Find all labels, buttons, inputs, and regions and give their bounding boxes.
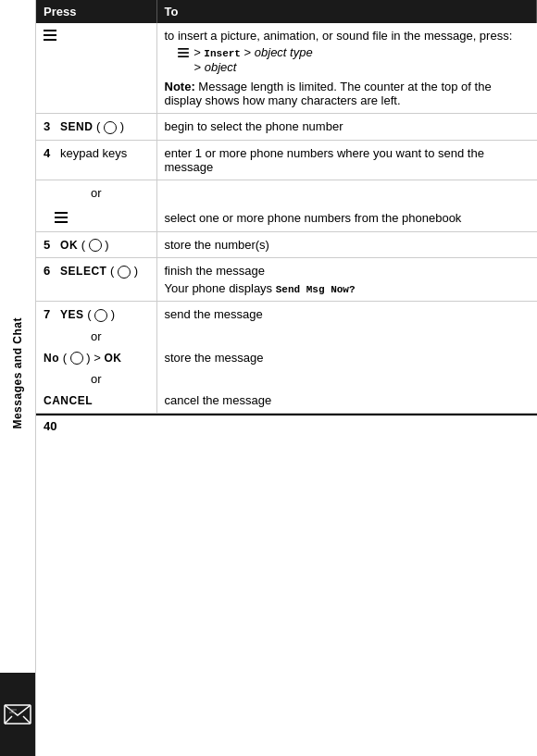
or-desc-cell <box>156 328 537 345</box>
yes-key: YES <box>60 308 84 321</box>
press-cell: No ( ) > OK <box>36 345 156 371</box>
svg-rect-11 <box>55 212 68 214</box>
paren-close: ) <box>105 238 108 252</box>
svg-rect-5 <box>44 30 56 31</box>
press-cell: 4 keypad keys <box>36 140 156 180</box>
description-cell: store the message <box>156 345 537 371</box>
press-cell: 3 SEND ( ) <box>36 114 156 141</box>
or-label2: or <box>91 372 102 386</box>
paren-close: ) <box>120 119 124 133</box>
svg-line-1 <box>5 716 12 724</box>
keypad-keys-label: keypad keys <box>60 146 127 160</box>
col-to-header: To <box>156 0 537 23</box>
description-cell: to insert a picture, animation, or sound… <box>156 23 537 114</box>
send-msg-label: Send Msg Now? <box>276 284 356 295</box>
select-key: SELECT <box>60 265 106 278</box>
press-cell: 7 YES ( ) <box>36 302 156 328</box>
or-press-cell: or <box>36 180 156 205</box>
table-row: 7 YES ( ) send the message <box>36 302 537 328</box>
insert-label: Insert <box>204 48 241 59</box>
desc-text: send the message <box>165 307 263 321</box>
svg-rect-13 <box>55 221 68 223</box>
select-circle-icon <box>118 266 131 279</box>
table-row: CANCEL cancel the message <box>36 388 537 414</box>
svg-rect-12 <box>55 217 68 218</box>
paren-open: ( <box>63 351 67 365</box>
row-number: 6 <box>44 264 50 278</box>
note-text: Note: Message length is limited. The cou… <box>165 80 530 107</box>
envelope-icon <box>4 702 31 726</box>
press-cell: CANCEL <box>36 388 156 414</box>
ok-key2: OK <box>104 352 121 365</box>
description-cell: send the message <box>156 302 537 328</box>
col-press-header: Press <box>36 0 156 23</box>
arrow-text: > <box>194 45 204 59</box>
paren-open: ( <box>96 119 100 133</box>
row-number: 7 <box>44 307 50 321</box>
or-label: or <box>91 186 102 200</box>
or-press-cell: or <box>36 328 156 345</box>
table-row: to insert a picture, animation, or sound… <box>36 23 537 114</box>
desc-text: begin to select the phone number <box>165 119 343 133</box>
submenu-text: > Insert > object type > object <box>178 45 530 74</box>
press-cell: 5 OK ( ) <box>36 231 156 258</box>
page-number: 40 <box>36 414 537 437</box>
ok-key: OK <box>60 239 78 252</box>
description-cell: select one or more phone numbers from th… <box>156 205 537 232</box>
row-number: 4 <box>44 146 50 160</box>
desc-text: store the number(s) <box>165 238 269 252</box>
paren-open: ( <box>81 238 85 252</box>
paren-close: ) <box>111 307 115 321</box>
press-cell <box>36 23 156 114</box>
sidebar: Messages and Chat <box>0 0 35 756</box>
object-text: > object <box>194 60 237 74</box>
paren-open: ( <box>87 307 91 321</box>
page-wrapper: Messages and Chat Press To <box>0 0 537 756</box>
menu-icon-small <box>178 46 189 60</box>
table-row: 3 SEND ( ) begin to select the phone num… <box>36 114 537 141</box>
svg-rect-9 <box>178 52 189 54</box>
or-row: or <box>36 180 537 205</box>
or-label: or <box>91 329 102 343</box>
table-row: select one or more phone numbers from th… <box>36 205 537 232</box>
description-cell: finish the message Your phone displays S… <box>156 258 537 302</box>
or-row: or <box>36 328 537 345</box>
row-number: 5 <box>44 238 50 252</box>
cancel-key: CANCEL <box>44 394 93 407</box>
store-desc-text: store the message <box>165 351 264 365</box>
yes-circle-icon <box>94 309 107 322</box>
svg-line-2 <box>23 716 31 724</box>
cancel-desc-text: cancel the message <box>165 393 272 407</box>
sidebar-icon-area <box>0 673 35 756</box>
sidebar-label: Messages and Chat <box>11 317 24 429</box>
description-cell: begin to select the phone number <box>156 114 537 141</box>
desc-text: enter 1 or more phone numbers where you … <box>165 146 484 174</box>
press-cell: 6 SELECT ( ) <box>36 258 156 302</box>
ok-circle-icon <box>89 239 102 252</box>
or-desc-cell <box>156 180 537 205</box>
table-row: 6 SELECT ( ) finish the message Your pho… <box>36 258 537 302</box>
menu-icon <box>44 30 56 43</box>
desc-text: to insert a picture, animation, or sound… <box>165 29 530 43</box>
desc-text: finish the message <box>165 264 530 278</box>
press-table: Press To <box>36 0 537 414</box>
or-row: or <box>36 370 537 388</box>
no-key: No <box>44 352 59 365</box>
svg-rect-6 <box>44 34 56 36</box>
or-desc-text: select one or more phone numbers from th… <box>165 211 462 225</box>
press-cell <box>36 205 156 232</box>
paren-close: ) > <box>86 351 104 365</box>
table-row: No ( ) > OK store the message <box>36 345 537 371</box>
svg-rect-10 <box>178 56 189 57</box>
or-press-cell2: or <box>36 370 156 388</box>
description-cell: store the number(s) <box>156 231 537 258</box>
table-row: 5 OK ( ) store the number(s) <box>36 231 537 258</box>
description-cell: enter 1 or more phone numbers where you … <box>156 140 537 180</box>
table-row: 4 keypad keys enter 1 or more phone numb… <box>36 140 537 180</box>
no-circle-icon <box>70 352 83 365</box>
arrow-text2: > object type <box>241 45 313 59</box>
row-number: 3 <box>44 119 50 133</box>
description-cell: cancel the message <box>156 388 537 414</box>
paren-open: ( <box>110 264 114 278</box>
main-content: Press To <box>35 0 537 756</box>
